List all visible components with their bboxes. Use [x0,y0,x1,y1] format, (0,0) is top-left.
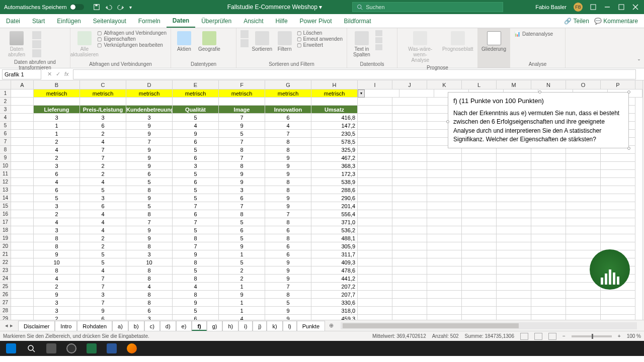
cell[interactable] [566,291,601,299]
row-header[interactable]: 7 [0,138,11,146]
zoom-in-button[interactable]: + [618,333,621,339]
comments-button[interactable]: 💬 Kommentare [594,18,638,25]
cell[interactable] [601,291,635,299]
normal-view-button[interactable] [520,333,528,340]
column-header-H[interactable]: H [311,80,358,89]
spreadsheet-grid[interactable]: ABCDEFGHIJKLMNOP 12345678910111213141516… [0,80,644,320]
cell[interactable] [11,283,34,291]
cell[interactable]: 8 [126,275,173,283]
cell[interactable] [531,299,566,307]
cell[interactable]: 10 [34,258,80,266]
cell[interactable] [392,122,427,130]
cell[interactable]: 3 [219,186,265,194]
cell[interactable] [358,234,392,242]
cell[interactable] [358,170,392,178]
cell[interactable] [392,275,427,283]
cell[interactable]: 5 [173,194,219,202]
cell[interactable]: 416,8 [311,114,358,122]
cell[interactable]: 5 [219,218,265,226]
cell[interactable]: metrisch [126,89,173,98]
cell[interactable]: 6 [80,122,126,130]
cell[interactable] [497,178,531,186]
cell[interactable] [358,202,392,210]
cell[interactable]: 5 [173,114,219,122]
cell[interactable]: 6 [34,186,80,194]
cell[interactable]: 368,3 [311,162,358,170]
cell[interactable] [462,154,497,162]
cell[interactable] [427,194,462,202]
cell[interactable] [531,202,566,210]
cell[interactable]: 9 [173,299,219,307]
tab-überprüfen[interactable]: Überprüfen [195,14,237,28]
cell[interactable]: 441,2 [311,275,358,283]
cell[interactable] [566,170,601,178]
cell[interactable]: 147,2 [311,122,358,130]
cell[interactable] [601,307,635,315]
cell[interactable] [566,194,601,202]
cell[interactable]: 207,2 [311,283,358,291]
cell[interactable]: 6 [80,202,126,210]
cell[interactable] [462,258,497,266]
cell[interactable] [358,154,392,162]
outline-button[interactable]: Gliederung [482,30,506,53]
tab-power pivot[interactable]: Power Pivot [294,14,338,28]
cell[interactable]: 7 [173,242,219,250]
cell[interactable]: 2 [80,242,126,250]
cell[interactable]: 2 [34,283,80,291]
cell[interactable]: 7 [219,154,265,162]
cell[interactable] [358,122,392,130]
what-if-button[interactable]: Was-wäre-wenn- Analyse [401,30,439,64]
cell[interactable]: 4 [80,210,126,218]
add-sheet-button[interactable]: ⊕ [325,322,338,329]
cell[interactable]: 5 [80,250,126,258]
cell[interactable]: 6 [126,307,173,315]
cell[interactable]: 5 [34,194,80,202]
cell[interactable] [11,170,34,178]
excel-taskbar-button[interactable] [83,341,101,355]
start-button[interactable] [2,341,20,355]
cell[interactable] [531,242,566,250]
cell[interactable] [531,307,566,315]
cell[interactable] [497,299,531,307]
cell[interactable]: 9 [265,154,311,162]
cell[interactable] [531,258,566,266]
cell[interactable] [531,275,566,283]
tab-start[interactable]: Start [26,14,51,28]
cell[interactable]: 6 [80,315,126,320]
cell[interactable]: 3 [173,162,219,170]
row-header[interactable]: 13 [0,186,11,194]
cell[interactable] [531,162,566,170]
cell[interactable]: 2 [80,162,126,170]
cell[interactable] [11,266,34,275]
cell[interactable]: 8 [265,291,311,299]
cell[interactable]: 9 [265,162,311,170]
cell[interactable]: 7 [265,283,311,291]
cell[interactable] [358,178,392,186]
column-header-C[interactable]: C [80,80,126,89]
cell[interactable] [497,266,531,275]
cell[interactable]: 8 [126,210,173,218]
column-header-L[interactable]: L [462,80,497,89]
cell[interactable] [265,98,311,106]
cell[interactable] [566,299,601,307]
cell[interactable] [427,266,462,275]
cell[interactable] [497,258,531,266]
cell[interactable]: 1 [219,250,265,258]
cell[interactable] [11,154,34,162]
horizontal-scrollbar[interactable] [341,322,637,329]
cell[interactable] [531,315,566,320]
row-header[interactable]: 18 [0,226,11,234]
data-validation-icon[interactable] [375,44,382,50]
cell[interactable]: 9 [219,170,265,178]
cell[interactable] [566,234,601,242]
cell[interactable] [497,307,531,315]
cell[interactable]: 2 [80,234,126,242]
cell[interactable]: metrisch [34,89,80,98]
cell[interactable]: metrisch [219,89,265,98]
cell[interactable]: 9 [265,202,311,210]
cell[interactable]: 8 [265,146,311,154]
cell[interactable]: 5 [173,226,219,234]
cell[interactable]: 4 [80,178,126,186]
sheet-tab[interactable]: c) [144,321,160,331]
minimize-icon[interactable] [604,4,611,11]
